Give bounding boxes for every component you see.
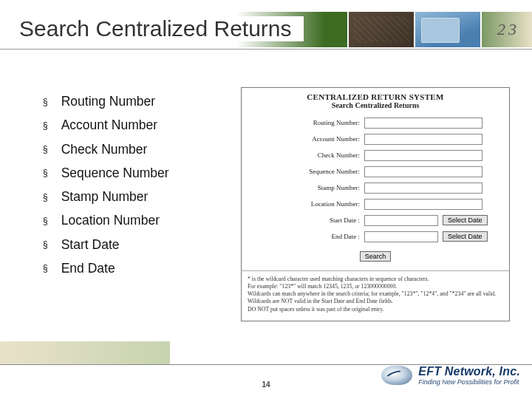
bullet-icon: § <box>43 261 48 275</box>
end-date-label: End Date : <box>242 233 364 240</box>
bullet-item: §Account Number <box>43 115 169 134</box>
footnote-line: For example: "123*" will match 12345, 12… <box>248 283 503 290</box>
logo-company: EFT Network, Inc. <box>418 365 520 378</box>
bullet-text: Check Number <box>61 140 148 159</box>
page-title: Search Centralized Returns <box>19 16 304 41</box>
bullet-icon: § <box>43 190 48 204</box>
slide: 23 Search Centralized Returns §Routing N… <box>0 0 532 399</box>
footnote-line: * is the wildcard character used matchin… <box>248 276 503 283</box>
account-input[interactable] <box>364 134 482 145</box>
bullet-item: §Check Number <box>43 140 169 159</box>
bullet-text: Sequence Number <box>61 163 169 183</box>
routing-input[interactable] <box>364 117 482 129</box>
footnote-line: Wildcards can match anywhere in the sear… <box>248 290 503 298</box>
bullet-icon: § <box>43 142 48 156</box>
logo-tagline: Finding New Possibilities for Profit <box>418 378 520 386</box>
bullet-icon: § <box>43 214 48 228</box>
bullet-item: §Routing Number <box>43 92 169 111</box>
bullet-icon: § <box>43 95 48 109</box>
routing-label: Routing Number: <box>242 119 364 126</box>
bullet-item: §Stamp Number <box>43 187 169 206</box>
account-label: Account Number: <box>242 135 364 143</box>
sequence-input[interactable] <box>364 166 482 177</box>
bullet-icon: § <box>43 237 48 251</box>
bullet-text: End Date <box>61 259 115 278</box>
start-date-input[interactable] <box>364 215 438 226</box>
location-input[interactable] <box>364 199 482 210</box>
start-date-label: Start Date : <box>242 216 364 224</box>
logo-icon <box>381 366 412 385</box>
panel-heading-2: Search Centralized Returns <box>245 101 506 109</box>
check-input[interactable] <box>364 150 482 161</box>
end-date-input[interactable] <box>364 231 438 242</box>
bullet-item: §End Date <box>43 259 169 278</box>
search-button[interactable]: Search <box>360 251 392 262</box>
panel-header: CENTRALIZED RETURN SYSTEM Search Central… <box>242 88 509 112</box>
bullet-item: §Start Date <box>43 235 169 254</box>
decor-folder <box>414 12 480 47</box>
bullet-text: Start Date <box>61 235 120 254</box>
start-date-picker-button[interactable]: Select Date <box>443 215 488 225</box>
search-form: Routing Number: Account Number: Check Nu… <box>242 112 509 270</box>
footnote-line: Wildcards are NOT valid in the Start Dat… <box>248 298 503 305</box>
panel-heading-1: CENTRALIZED RETURN SYSTEM <box>245 92 506 101</box>
search-panel: CENTRALIZED RETURN SYSTEM Search Central… <box>241 87 510 321</box>
bullet-text: Routing Number <box>61 92 155 111</box>
bullet-text: Account Number <box>61 115 157 134</box>
check-label: Check Number: <box>242 151 364 159</box>
company-logo: EFT Network, Inc. Finding New Possibilit… <box>381 365 520 386</box>
decor-skyline <box>347 12 414 47</box>
stamp-input[interactable] <box>364 183 482 194</box>
wildcard-footnote: * is the wildcard character used matchin… <box>242 270 509 321</box>
end-date-picker-button[interactable]: Select Date <box>443 231 488 242</box>
bullet-list: §Routing Number §Account Number §Check N… <box>43 92 169 282</box>
bullet-item: §Location Number <box>43 211 169 230</box>
bullet-icon: § <box>43 166 48 180</box>
sequence-label: Sequence Number: <box>242 168 364 175</box>
footer-accent <box>0 341 170 365</box>
footnote-line: DO NOT put spaces unless it was part of … <box>248 306 503 313</box>
bullet-icon: § <box>43 118 48 132</box>
location-label: Location Number: <box>242 200 364 208</box>
stamp-label: Stamp Number: <box>242 184 364 191</box>
bullet-text: Location Number <box>61 211 160 230</box>
bullet-text: Stamp Number <box>61 187 149 206</box>
decor-clock: 23 <box>480 12 532 47</box>
bullet-item: §Sequence Number <box>43 163 169 183</box>
header-rule <box>0 49 532 50</box>
